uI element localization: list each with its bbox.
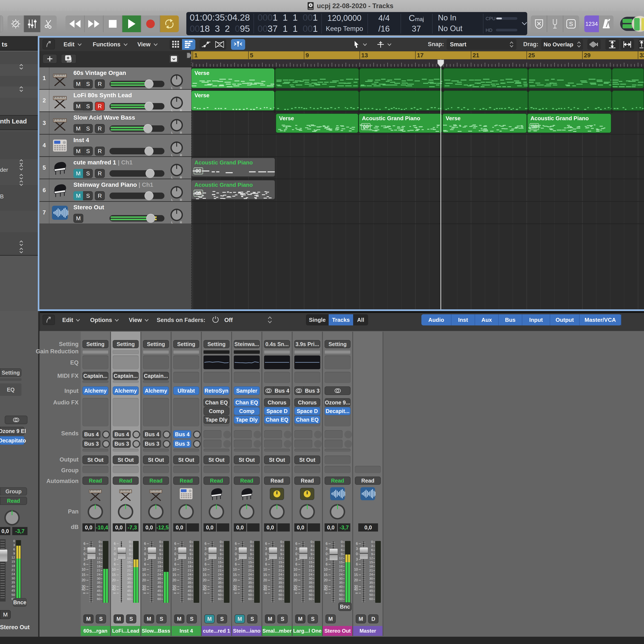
svg-text:24: 24 — [369, 573, 373, 576]
svg-text:0: 0 — [174, 552, 176, 556]
svg-text:50: 50 — [127, 593, 131, 597]
svg-text:15: 15 — [203, 573, 207, 577]
svg-text:24: 24 — [188, 573, 191, 576]
svg-text:3: 3 — [205, 547, 207, 551]
svg-text:40: 40 — [369, 585, 373, 588]
svg-text:35: 35 — [218, 581, 222, 584]
svg-text:10: 10 — [233, 568, 237, 571]
svg-text:30: 30 — [127, 577, 131, 580]
svg-text:3: 3 — [250, 544, 252, 548]
svg-text:60: 60 — [369, 597, 373, 601]
svg-text:20: 20 — [172, 578, 176, 582]
svg-text:15: 15 — [82, 573, 85, 577]
svg-text:3: 3 — [265, 557, 267, 561]
svg-text:40: 40 — [339, 585, 343, 588]
svg-text:60: 60 — [278, 597, 282, 601]
svg-text:∞: ∞ — [234, 591, 237, 595]
svg-text:3: 3 — [13, 543, 15, 547]
svg-text:12: 12 — [97, 556, 100, 560]
svg-text:50: 50 — [369, 593, 373, 597]
svg-text:∞: ∞ — [325, 591, 328, 595]
svg-text:6: 6 — [159, 548, 161, 552]
svg-text:10: 10 — [263, 568, 267, 571]
svg-text:6: 6 — [235, 562, 237, 566]
svg-text:3: 3 — [311, 544, 312, 548]
svg-text:21: 21 — [188, 568, 191, 572]
svg-text:18: 18 — [97, 564, 100, 568]
svg-text:40: 40 — [263, 588, 267, 591]
svg-text:3: 3 — [235, 557, 237, 561]
svg-text:6: 6 — [144, 542, 146, 545]
svg-text:30: 30 — [188, 577, 191, 580]
svg-text:20: 20 — [263, 578, 267, 582]
svg-text:15: 15 — [369, 560, 373, 564]
svg-text:3: 3 — [265, 547, 267, 551]
svg-text:21: 21 — [127, 568, 131, 572]
svg-text:15: 15 — [188, 560, 191, 564]
svg-text:0: 0 — [280, 540, 282, 544]
svg-text:6: 6 — [326, 562, 328, 566]
svg-text:0: 0 — [295, 552, 297, 556]
svg-text:24: 24 — [309, 573, 312, 576]
svg-text:3: 3 — [159, 544, 161, 548]
svg-text:21: 21 — [218, 568, 222, 572]
svg-text:30: 30 — [248, 577, 252, 580]
svg-text:∞: ∞ — [174, 591, 176, 595]
svg-text:∞: ∞ — [144, 591, 146, 595]
svg-text:18: 18 — [157, 564, 161, 568]
svg-text:45: 45 — [218, 589, 222, 592]
svg-text:9: 9 — [341, 552, 343, 556]
svg-text:6: 6 — [205, 562, 207, 566]
svg-text:18: 18 — [278, 564, 282, 568]
svg-text:15: 15 — [309, 560, 312, 564]
svg-text:0: 0 — [250, 540, 252, 544]
svg-text:6: 6 — [235, 542, 237, 545]
svg-text:3: 3 — [235, 547, 237, 551]
svg-text:0: 0 — [326, 552, 328, 556]
svg-text:15: 15 — [233, 573, 237, 577]
svg-text:∞: ∞ — [113, 591, 116, 595]
svg-text:20: 20 — [354, 578, 358, 582]
svg-text:30: 30 — [278, 577, 282, 580]
svg-text:20: 20 — [203, 578, 207, 582]
svg-text:15: 15 — [172, 573, 176, 577]
svg-text:20: 20 — [324, 578, 328, 582]
svg-text:35: 35 — [339, 581, 343, 584]
svg-text:21: 21 — [97, 568, 100, 572]
svg-text:40: 40 — [11, 585, 15, 588]
svg-text:12: 12 — [339, 556, 343, 560]
svg-text:18: 18 — [309, 564, 312, 568]
svg-text:6: 6 — [280, 548, 282, 552]
svg-text:9: 9 — [220, 552, 222, 556]
svg-text:3: 3 — [295, 547, 297, 551]
svg-text:50: 50 — [278, 593, 282, 597]
svg-text:40: 40 — [112, 588, 116, 591]
svg-text:21: 21 — [278, 568, 282, 572]
svg-text:6: 6 — [84, 562, 85, 566]
svg-text:45: 45 — [248, 589, 252, 592]
svg-text:30: 30 — [309, 577, 312, 580]
svg-text:15: 15 — [112, 573, 116, 577]
svg-text:45: 45 — [11, 589, 15, 592]
svg-text:3: 3 — [341, 544, 343, 548]
svg-text:45: 45 — [127, 589, 131, 592]
svg-text:24: 24 — [11, 572, 15, 576]
svg-text:0: 0 — [356, 552, 358, 556]
svg-text:21: 21 — [11, 568, 15, 572]
svg-text:12: 12 — [127, 556, 131, 560]
svg-text:10: 10 — [82, 568, 85, 571]
svg-text:6: 6 — [144, 562, 146, 566]
svg-text:18: 18 — [369, 564, 373, 568]
svg-text:3: 3 — [356, 557, 358, 561]
svg-text:3: 3 — [174, 557, 176, 561]
svg-text:40: 40 — [142, 588, 146, 591]
svg-text:40: 40 — [127, 585, 131, 588]
svg-text:S: S — [569, 21, 573, 27]
svg-text:60: 60 — [188, 597, 191, 601]
svg-text:60: 60 — [97, 597, 100, 601]
svg-text:12: 12 — [11, 556, 15, 559]
svg-text:60: 60 — [248, 597, 252, 601]
svg-text:0: 0 — [371, 540, 373, 544]
svg-text:40: 40 — [324, 588, 328, 591]
svg-text:10: 10 — [142, 568, 146, 571]
